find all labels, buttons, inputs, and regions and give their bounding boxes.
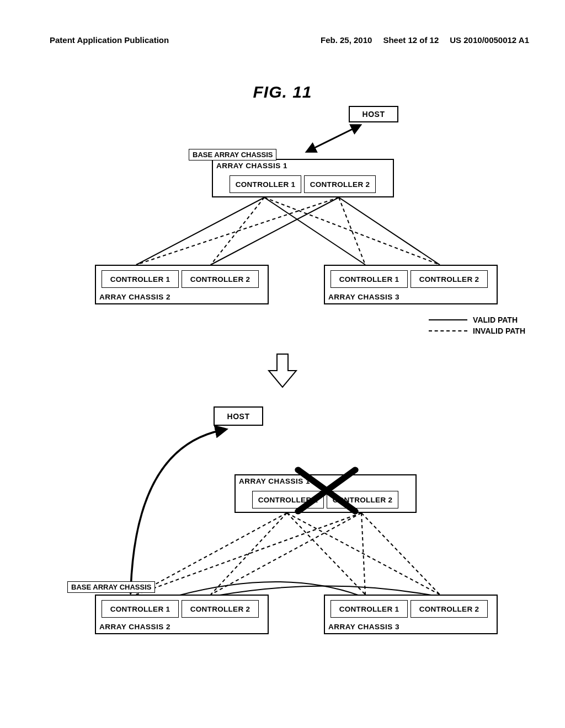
array-chassis-3-label-bottom: ARRAY CHASSIS 3 [328, 623, 399, 631]
array-chassis-2-top: CONTROLLER 1 CONTROLLER 2 ARRAY CHASSIS … [95, 265, 269, 304]
svg-line-1 [136, 197, 264, 265]
ac3-controller-2-bottom: CONTROLLER 2 [411, 600, 488, 618]
legend: VALID PATH INVALID PATH [429, 315, 525, 335]
down-arrow-icon [266, 351, 299, 390]
host-label-bottom: HOST [227, 412, 250, 421]
svg-line-3 [211, 197, 339, 265]
header-pubno: US 2010/0050012 A1 [450, 35, 529, 45]
array-chassis-2-label-bottom: ARRAY CHASSIS 2 [99, 623, 170, 631]
base-array-chassis-label-bottom: BASE ARRAY CHASSIS [67, 581, 155, 593]
page-header: Patent Application Publication Feb. 25, … [50, 35, 529, 45]
ac2-controller-1-bottom: CONTROLLER 1 [102, 600, 179, 618]
svg-line-18 [361, 513, 440, 595]
legend-invalid: INVALID PATH [429, 326, 525, 335]
array-chassis-3-bottom: CONTROLLER 1 CONTROLLER 2 ARRAY CHASSIS … [324, 595, 498, 634]
ac3-controller-2-top: CONTROLLER 2 [411, 270, 488, 288]
host-link-arrow-bottom [114, 426, 230, 597]
ac2-controller-2-bottom: CONTROLLER 2 [182, 600, 259, 618]
svg-line-2 [264, 197, 365, 265]
ac3-controller-1-top: CONTROLLER 1 [331, 270, 408, 288]
host-link-arrow-top [302, 122, 368, 156]
array-chassis-2-label-top: ARRAY CHASSIS 2 [99, 293, 170, 301]
array-chassis-3-label-top: ARRAY CHASSIS 3 [328, 293, 399, 301]
legend-dashed-line [429, 330, 467, 331]
array-chassis-3-top: CONTROLLER 1 CONTROLLER 2 ARRAY CHASSIS … [324, 265, 498, 304]
host-box-bottom: HOST [214, 406, 263, 426]
svg-line-5 [211, 197, 264, 265]
controller-2-top: CONTROLLER 2 [304, 175, 376, 193]
svg-line-4 [339, 197, 440, 265]
svg-line-0 [310, 127, 357, 150]
ac2-controller-2-top: CONTROLLER 2 [182, 270, 259, 288]
header-left: Patent Application Publication [50, 35, 169, 45]
diagram-area: HOST BASE ARRAY CHASSIS ARRAY CHASSIS 1 … [51, 106, 514, 690]
legend-valid: VALID PATH [429, 315, 525, 324]
figure-title: FIG. 11 [50, 83, 515, 101]
ac3-controller-1-bottom: CONTROLLER 1 [331, 600, 408, 618]
controller-1-top: CONTROLLER 1 [230, 175, 301, 193]
failure-x-icon [294, 464, 360, 517]
svg-line-14 [287, 513, 440, 595]
host-label: HOST [363, 110, 385, 119]
array-chassis-1-label: ARRAY CHASSIS 1 [216, 162, 287, 170]
array-chassis-2-bottom: CONTROLLER 1 CONTROLLER 2 ARRAY CHASSIS … [95, 595, 269, 634]
svg-line-6 [264, 197, 440, 265]
ac2-controller-1-top: CONTROLLER 1 [102, 270, 179, 288]
array-chassis-1-top: ARRAY CHASSIS 1 CONTROLLER 1 CONTROLLER … [212, 159, 394, 197]
header-sheet: Sheet 12 of 12 [383, 35, 439, 45]
base-array-chassis-label-top: BASE ARRAY CHASSIS [189, 149, 276, 160]
host-box-top: HOST [349, 106, 398, 122]
legend-solid-line [429, 319, 467, 320]
header-date: Feb. 25, 2010 [321, 35, 372, 45]
connections-top [51, 197, 514, 269]
